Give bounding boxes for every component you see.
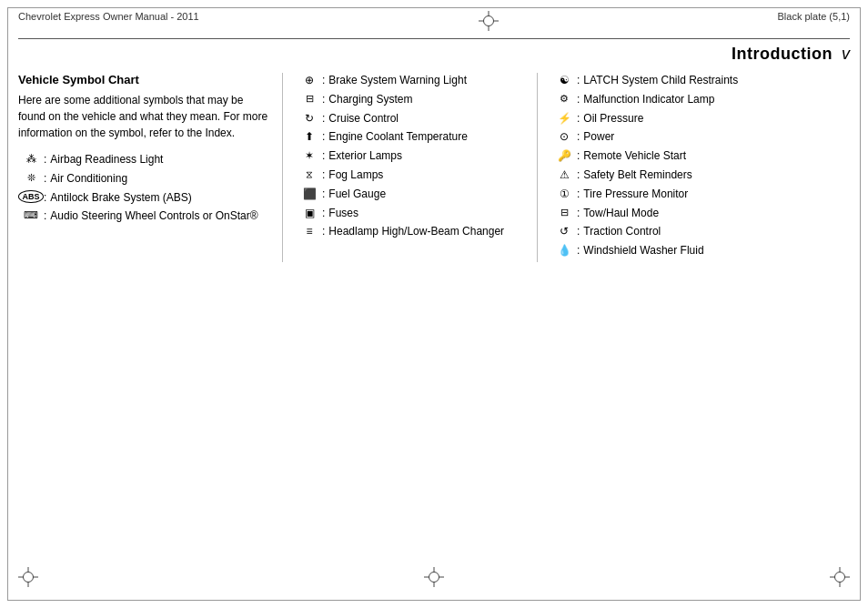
- footer-crosshair-bl: [18, 567, 38, 590]
- svg-point-10: [24, 573, 34, 583]
- svg-point-15: [835, 573, 845, 583]
- footer-crosshair-center: [424, 567, 444, 590]
- page-border: [7, 7, 861, 601]
- footer-crosshair-br: [830, 567, 850, 590]
- svg-point-5: [429, 573, 439, 583]
